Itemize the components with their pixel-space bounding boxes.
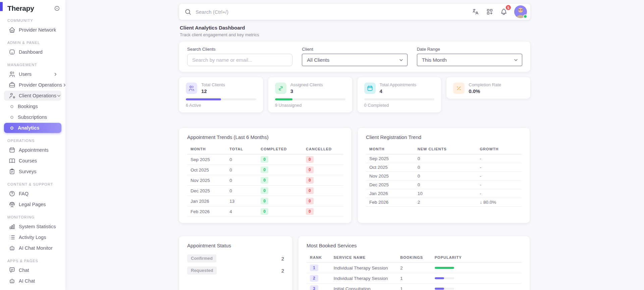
sidebar-item-subscriptions[interactable]: Subscriptions <box>4 112 61 122</box>
completed-badge: 0 <box>261 166 268 173</box>
table-row: Feb 20262↓ 80.0% <box>366 198 522 207</box>
stat-sublabel: 9 Unassigned <box>275 103 345 108</box>
sidebar: Therapy COMMUNITY Provider Network ADMIN… <box>0 0 65 290</box>
column-header: Rank <box>307 252 330 263</box>
chevron-down-icon <box>513 57 519 63</box>
app-logo: Therapy <box>7 4 34 12</box>
column-header: New Clients <box>414 144 477 154</box>
client-filter-label: Client <box>302 47 407 52</box>
sidebar-pin-icon[interactable] <box>54 5 60 11</box>
stat-label: Assigned Clients <box>290 82 323 87</box>
registration-trend-table: Month New Clients Growth Sep 20250- Oct … <box>366 144 522 207</box>
appointment-trends-table: Month Total Completed Cancelled Sep 2025… <box>187 144 343 217</box>
sidebar-section-content-support: CONTENT & SUPPORT <box>7 182 58 187</box>
search-clients-input[interactable] <box>187 54 292 66</box>
sidebar-item-system-statistics[interactable]: System Statistics <box>4 222 61 232</box>
completed-badge: 0 <box>261 156 268 163</box>
sidebar-item-label: Client Operations <box>19 93 56 98</box>
dashboard-icon <box>8 48 16 56</box>
sidebar-item-bookings[interactable]: Bookings <box>4 101 61 111</box>
popularity-bar <box>435 277 454 279</box>
sidebar-item-activity-logs[interactable]: Activity Logs <box>4 232 61 242</box>
sidebar-item-client-operations[interactable]: Client Operations <box>4 91 61 101</box>
chat-bubble-icon <box>8 267 16 274</box>
robot-icon <box>8 244 16 252</box>
table-row: Sep 20250- <box>366 154 522 163</box>
sidebar-section-operations: OPERATIONS <box>7 138 58 143</box>
sidebar-item-dashboard[interactable]: Dashboard <box>4 47 61 57</box>
chevron-right-icon <box>62 83 67 88</box>
sidebar-section-community: COMMUNITY <box>7 18 58 23</box>
column-header: Month <box>366 144 414 154</box>
sidebar-item-label: Chat <box>19 268 29 273</box>
sidebar-section-admin-panel: ADMIN & PANEL <box>7 40 58 45</box>
logo-accent-bar <box>0 2 3 11</box>
sidebar-item-label: Provider Network <box>19 27 56 33</box>
calendar-stat-icon <box>364 83 376 94</box>
progress-bar <box>275 98 345 100</box>
book-icon <box>8 157 16 164</box>
sidebar-item-provider-operations[interactable]: Provider Operations <box>4 80 61 90</box>
bullet-circle-icon <box>10 116 13 119</box>
sidebar-item-provider-network[interactable]: Provider Network <box>4 25 61 35</box>
sidebar-item-label: Appointments <box>19 147 49 153</box>
table-row: Nov 2025000 <box>187 175 343 186</box>
stat-card-completion-rate: Completion Rate 0.0% <box>446 77 530 99</box>
language-icon[interactable] <box>469 5 482 18</box>
sidebar-item-appointments[interactable]: Appointments <box>4 145 61 155</box>
stat-card-assigned-clients: Assigned Clients 3 9 Unassigned <box>268 77 352 112</box>
panel-title: Appointment Status <box>179 236 292 250</box>
rank-badge: 1 <box>310 264 318 271</box>
sidebar-item-label: Courses <box>19 158 37 163</box>
column-header: Cancelled <box>303 144 343 154</box>
sidebar-item-ai-chat[interactable]: AI Chat <box>4 276 61 286</box>
sidebar-section-apps-pages: APPS & PAGES <box>7 258 58 263</box>
notifications-bell-icon[interactable]: 5 <box>497 5 510 18</box>
table-row: Sep 2025000 <box>187 154 343 165</box>
date-range-select[interactable]: This Month <box>417 54 522 66</box>
cancelled-badge: 0 <box>306 187 314 194</box>
sidebar-item-label: Legal Pages <box>19 202 46 207</box>
global-search-input[interactable] <box>195 9 469 15</box>
table-row: Feb 2026400 <box>187 206 343 217</box>
panel-title: Client Registration Trend <box>358 128 530 142</box>
table-row: 1 Individual Therapy Session 2 <box>307 263 522 273</box>
registration-trend-panel: Client Registration Trend Month New Clie… <box>358 128 530 223</box>
sidebar-item-legal-pages[interactable]: Legal Pages <box>4 199 61 209</box>
client-filter-select[interactable]: All Clients <box>302 54 407 66</box>
progress-bar <box>186 98 256 100</box>
sidebar-item-faq[interactable]: FAQ <box>4 189 61 199</box>
chevron-right-icon <box>53 72 58 77</box>
online-status-dot <box>523 14 527 18</box>
table-row: Nov 20250- <box>366 172 522 181</box>
status-count: 2 <box>281 256 284 261</box>
sidebar-item-courses[interactable]: Courses <box>4 156 61 166</box>
sidebar-item-analytics[interactable]: Analytics <box>4 123 61 133</box>
column-header: Month <box>187 144 226 154</box>
sidebar-item-label: AI Chat <box>19 278 35 284</box>
page-subtitle: Track client engagement and key metrics <box>180 32 530 37</box>
sidebar-item-label: AI Chat Monitor <box>19 245 53 251</box>
sidebar-item-label: Bookings <box>18 104 38 109</box>
users-stat-icon <box>186 83 197 94</box>
sidebar-item-chat[interactable]: Chat <box>4 265 61 275</box>
sidebar-item-surveys[interactable]: Surveys <box>4 166 61 177</box>
column-header: Growth <box>476 144 522 154</box>
notification-count-badge: 5 <box>505 4 512 11</box>
status-badge: Requested <box>187 267 217 275</box>
shortcuts-grid-icon[interactable] <box>483 5 496 18</box>
calendar-icon <box>8 146 16 154</box>
page-title: Client Analytics Dashboard <box>180 25 530 31</box>
popularity-bar <box>435 288 454 290</box>
date-range-label: Date Range <box>417 47 522 52</box>
column-header: Total <box>226 144 257 154</box>
appointment-status-panel: Appointment Status Confirmed 2 Requested… <box>179 236 292 290</box>
briefcase-icon <box>8 81 16 89</box>
sidebar-item-ai-chat-monitor[interactable]: AI Chat Monitor <box>4 243 61 253</box>
users-icon <box>8 70 16 78</box>
user-avatar[interactable] <box>514 5 527 18</box>
sidebar-item-label: Analytics <box>18 125 39 131</box>
panel-title: Most Booked Services <box>299 236 530 250</box>
chevron-down-icon <box>56 93 61 98</box>
sidebar-item-users[interactable]: Users <box>4 69 61 79</box>
